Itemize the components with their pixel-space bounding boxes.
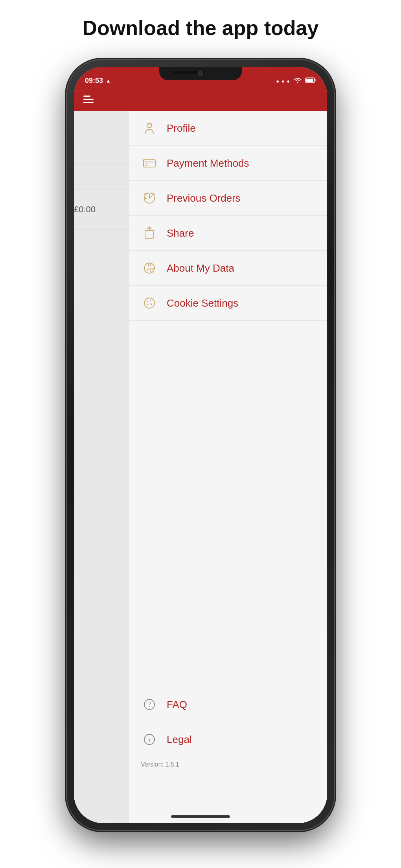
svg-point-17 <box>147 301 148 302</box>
wifi-icon <box>293 77 302 85</box>
signal-icon: ● ● ● <box>276 78 290 84</box>
time-display: 09:53 <box>85 77 103 85</box>
side-menu: Profile Payment Methods <box>129 111 327 823</box>
share-icon <box>141 224 158 242</box>
phone-mockup: 09:53 ▲ ● ● ● <box>67 60 334 830</box>
svg-point-2 <box>147 123 152 128</box>
status-icons: ● ● ● <box>276 77 316 85</box>
location-arrow-icon: ▲ <box>106 78 111 84</box>
menu-item-profile[interactable]: Profile <box>129 111 327 146</box>
menu-bottom-section: ? FAQ i Legal Version: 1.6.1 <box>129 687 327 772</box>
faq-icon: ? <box>141 696 158 713</box>
previous-orders-label: Previous Orders <box>167 192 241 204</box>
camera <box>198 71 203 76</box>
phone-screen: 09:53 ▲ ● ● ● <box>74 67 327 823</box>
menu-item-about-my-data[interactable]: About My Data <box>129 251 327 286</box>
svg-rect-3 <box>143 159 155 167</box>
menu-item-share[interactable]: Share <box>129 216 327 251</box>
profile-icon <box>141 120 158 137</box>
payment-methods-label: Payment Methods <box>167 157 249 169</box>
svg-point-21 <box>149 303 150 303</box>
data-icon <box>141 259 158 277</box>
menu-item-faq[interactable]: ? FAQ <box>129 687 327 722</box>
faq-label: FAQ <box>167 699 187 711</box>
orders-icon <box>141 189 158 207</box>
profile-label: Profile <box>167 122 196 134</box>
about-my-data-label: About My Data <box>167 262 234 274</box>
legal-icon: i <box>141 731 158 748</box>
home-indicator <box>171 815 230 818</box>
hamburger-menu-icon[interactable] <box>83 96 94 103</box>
share-label: Share <box>167 227 194 239</box>
menu-item-cookie-settings[interactable]: Cookie Settings <box>129 286 327 321</box>
page-title: Download the app today <box>83 16 319 40</box>
svg-rect-11 <box>145 230 154 238</box>
legal-label: Legal <box>167 734 192 746</box>
svg-point-10 <box>145 197 147 199</box>
version-text: Version: 1.6.1 <box>129 757 327 772</box>
menu-item-legal[interactable]: i Legal <box>129 722 327 757</box>
status-time: 09:53 ▲ <box>85 77 111 85</box>
svg-point-19 <box>151 303 152 305</box>
svg-rect-1 <box>306 79 313 82</box>
bg-price-4: £0.00 <box>74 204 103 215</box>
svg-point-20 <box>147 304 149 305</box>
svg-point-18 <box>150 300 151 302</box>
menu-item-previous-orders[interactable]: Previous Orders <box>129 181 327 216</box>
app-header <box>74 87 327 111</box>
svg-text:?: ? <box>148 701 151 708</box>
notch <box>159 67 242 80</box>
battery-icon <box>305 77 316 85</box>
svg-text:i: i <box>149 737 150 743</box>
cookie-icon <box>141 294 158 312</box>
menu-item-payment-methods[interactable]: Payment Methods <box>129 146 327 181</box>
payment-icon <box>141 154 158 172</box>
svg-point-13 <box>148 264 151 266</box>
cookie-settings-label: Cookie Settings <box>167 297 238 309</box>
